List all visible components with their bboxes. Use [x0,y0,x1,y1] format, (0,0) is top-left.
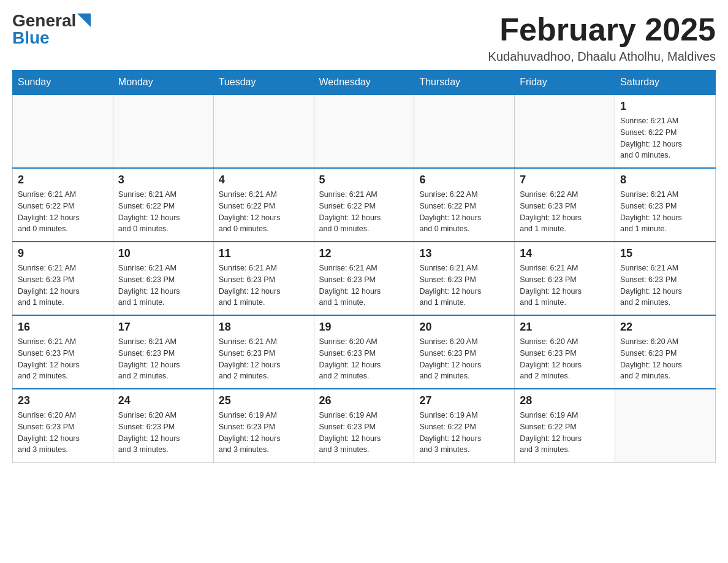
day-number: 17 [118,321,208,334]
calendar-cell: 4Sunrise: 6:21 AM Sunset: 6:22 PM Daylig… [213,168,314,242]
day-info: Sunrise: 6:21 AM Sunset: 6:23 PM Dayligh… [118,336,208,382]
calendar-cell: 13Sunrise: 6:21 AM Sunset: 6:23 PM Dayli… [414,242,515,315]
day-info: Sunrise: 6:19 AM Sunset: 6:23 PM Dayligh… [319,410,409,456]
day-info: Sunrise: 6:21 AM Sunset: 6:23 PM Dayligh… [118,262,208,308]
day-info: Sunrise: 6:21 AM Sunset: 6:23 PM Dayligh… [520,262,610,308]
day-number: 7 [520,174,610,186]
calendar-week-4: 16Sunrise: 6:21 AM Sunset: 6:23 PM Dayli… [13,315,716,389]
logo-arrow-icon [77,13,91,27]
calendar-week-2: 2Sunrise: 6:21 AM Sunset: 6:22 PM Daylig… [13,168,716,242]
day-info: Sunrise: 6:21 AM Sunset: 6:23 PM Dayligh… [219,262,309,308]
calendar-cell: 5Sunrise: 6:21 AM Sunset: 6:22 PM Daylig… [314,168,414,242]
calendar-week-5: 23Sunrise: 6:20 AM Sunset: 6:23 PM Dayli… [13,389,716,462]
day-number: 22 [620,321,710,334]
weekday-row: SundayMondayTuesdayWednesdayThursdayFrid… [13,71,716,95]
calendar-cell: 15Sunrise: 6:21 AM Sunset: 6:23 PM Dayli… [615,242,716,315]
weekday-header-friday: Friday [515,71,615,95]
day-number: 20 [419,321,509,334]
day-info: Sunrise: 6:20 AM Sunset: 6:23 PM Dayligh… [520,336,610,382]
calendar-cell [615,389,716,462]
logo-blue-text: Blue [12,29,50,47]
day-info: Sunrise: 6:21 AM Sunset: 6:22 PM Dayligh… [18,189,108,235]
day-number: 19 [319,321,409,334]
day-number: 11 [219,247,309,260]
day-number: 21 [520,321,610,334]
month-title: February 2025 [488,12,716,47]
day-number: 2 [18,174,108,186]
day-number: 23 [18,394,108,407]
calendar-cell [314,94,414,168]
logo: General Blue [12,12,91,47]
day-info: Sunrise: 6:20 AM Sunset: 6:23 PM Dayligh… [118,410,208,456]
day-info: Sunrise: 6:22 AM Sunset: 6:22 PM Dayligh… [419,189,509,235]
calendar-header: SundayMondayTuesdayWednesdayThursdayFrid… [13,71,716,95]
day-info: Sunrise: 6:21 AM Sunset: 6:23 PM Dayligh… [18,262,108,308]
day-info: Sunrise: 6:21 AM Sunset: 6:23 PM Dayligh… [18,336,108,382]
weekday-header-thursday: Thursday [414,71,515,95]
calendar-week-3: 9Sunrise: 6:21 AM Sunset: 6:23 PM Daylig… [13,242,716,315]
calendar-cell: 27Sunrise: 6:19 AM Sunset: 6:22 PM Dayli… [414,389,515,462]
day-info: Sunrise: 6:21 AM Sunset: 6:22 PM Dayligh… [118,189,208,235]
calendar-cell: 21Sunrise: 6:20 AM Sunset: 6:23 PM Dayli… [515,315,615,389]
calendar-cell: 9Sunrise: 6:21 AM Sunset: 6:23 PM Daylig… [13,242,113,315]
day-number: 13 [419,247,509,260]
day-info: Sunrise: 6:22 AM Sunset: 6:23 PM Dayligh… [520,189,610,235]
day-number: 24 [118,394,208,407]
day-number: 6 [419,174,509,186]
calendar-cell: 26Sunrise: 6:19 AM Sunset: 6:23 PM Dayli… [314,389,414,462]
day-number: 4 [219,174,309,186]
day-info: Sunrise: 6:20 AM Sunset: 6:23 PM Dayligh… [620,336,710,382]
calendar-cell: 1Sunrise: 6:21 AM Sunset: 6:22 PM Daylig… [615,94,716,168]
day-info: Sunrise: 6:21 AM Sunset: 6:23 PM Dayligh… [419,262,509,308]
day-number: 12 [319,247,409,260]
calendar-cell: 22Sunrise: 6:20 AM Sunset: 6:23 PM Dayli… [615,315,716,389]
day-number: 28 [520,394,610,407]
day-number: 14 [520,247,610,260]
weekday-header-wednesday: Wednesday [314,71,414,95]
day-info: Sunrise: 6:21 AM Sunset: 6:23 PM Dayligh… [219,336,309,382]
day-number: 15 [620,247,710,260]
calendar-body: 1Sunrise: 6:21 AM Sunset: 6:22 PM Daylig… [13,94,716,462]
day-info: Sunrise: 6:21 AM Sunset: 6:22 PM Dayligh… [219,189,309,235]
day-number: 9 [18,247,108,260]
calendar-cell: 24Sunrise: 6:20 AM Sunset: 6:23 PM Dayli… [113,389,213,462]
calendar-cell [414,94,515,168]
day-number: 1 [620,100,710,113]
calendar-cell [213,94,314,168]
calendar-cell: 25Sunrise: 6:19 AM Sunset: 6:23 PM Dayli… [213,389,314,462]
day-number: 16 [18,321,108,334]
day-number: 10 [118,247,208,260]
weekday-header-saturday: Saturday [615,71,716,95]
calendar-cell: 18Sunrise: 6:21 AM Sunset: 6:23 PM Dayli… [213,315,314,389]
calendar-cell: 8Sunrise: 6:21 AM Sunset: 6:23 PM Daylig… [615,168,716,242]
day-info: Sunrise: 6:21 AM Sunset: 6:23 PM Dayligh… [620,262,710,308]
page-header: General Blue February 2025 Kudahuvadhoo,… [12,12,716,64]
weekday-header-tuesday: Tuesday [213,71,314,95]
day-info: Sunrise: 6:21 AM Sunset: 6:22 PM Dayligh… [620,115,710,161]
day-number: 3 [118,174,208,186]
day-info: Sunrise: 6:21 AM Sunset: 6:23 PM Dayligh… [319,262,409,308]
calendar-cell: 12Sunrise: 6:21 AM Sunset: 6:23 PM Dayli… [314,242,414,315]
calendar-cell: 3Sunrise: 6:21 AM Sunset: 6:22 PM Daylig… [113,168,213,242]
calendar-cell: 17Sunrise: 6:21 AM Sunset: 6:23 PM Dayli… [113,315,213,389]
calendar-cell: 19Sunrise: 6:20 AM Sunset: 6:23 PM Dayli… [314,315,414,389]
calendar-cell: 14Sunrise: 6:21 AM Sunset: 6:23 PM Dayli… [515,242,615,315]
title-section: February 2025 Kudahuvadhoo, Dhaalu Athol… [488,12,716,64]
day-number: 18 [219,321,309,334]
calendar-cell: 2Sunrise: 6:21 AM Sunset: 6:22 PM Daylig… [13,168,113,242]
weekday-header-sunday: Sunday [13,71,113,95]
day-info: Sunrise: 6:20 AM Sunset: 6:23 PM Dayligh… [419,336,509,382]
calendar-cell [13,94,113,168]
calendar-cell: 28Sunrise: 6:19 AM Sunset: 6:22 PM Dayli… [515,389,615,462]
calendar-cell [515,94,615,168]
logo-general-text: General [12,12,76,29]
day-info: Sunrise: 6:19 AM Sunset: 6:22 PM Dayligh… [520,410,610,456]
location-text: Kudahuvadhoo, Dhaalu Atholhu, Maldives [488,50,716,64]
day-info: Sunrise: 6:19 AM Sunset: 6:22 PM Dayligh… [419,410,509,456]
day-number: 27 [419,394,509,407]
day-info: Sunrise: 6:20 AM Sunset: 6:23 PM Dayligh… [18,410,108,456]
day-number: 8 [620,174,710,186]
day-number: 5 [319,174,409,186]
calendar-cell: 16Sunrise: 6:21 AM Sunset: 6:23 PM Dayli… [13,315,113,389]
calendar-cell: 20Sunrise: 6:20 AM Sunset: 6:23 PM Dayli… [414,315,515,389]
